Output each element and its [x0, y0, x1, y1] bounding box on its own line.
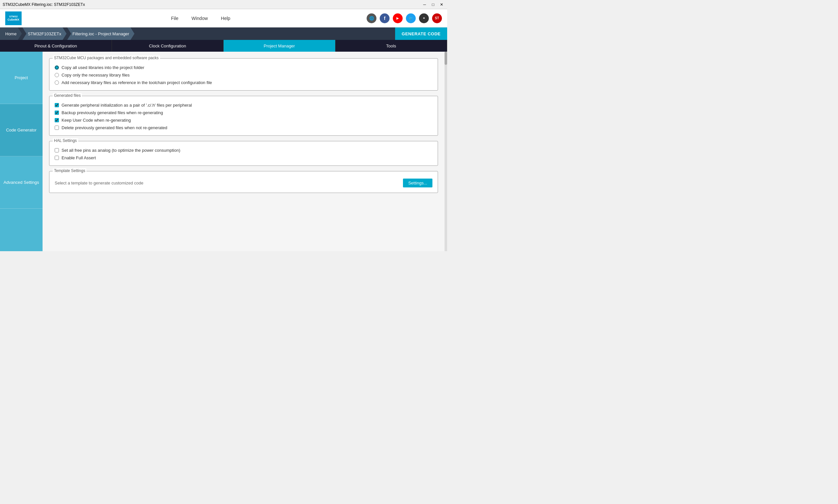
twitter-icon[interactable]: 🐦 [406, 13, 416, 23]
template-row: Select a template to generate customized… [55, 179, 432, 187]
check-free-pins[interactable]: Set all free pins as analog (to optimize… [55, 148, 432, 153]
check-free-pins-label: Set all free pins as analog (to optimize… [62, 148, 180, 153]
world-icon[interactable]: 🌐 [367, 13, 377, 23]
radio-copy-necessary-input[interactable] [55, 73, 59, 77]
main-layout: Project Code Generator Advanced Settings… [0, 52, 447, 251]
check-generate-peripheral-input[interactable] [55, 103, 59, 107]
menu-items: File Window Help [35, 16, 367, 21]
template-settings-group: Template Settings Select a template to g… [49, 171, 438, 193]
hal-settings-checks: Set all free pins as analog (to optimize… [55, 148, 432, 160]
check-full-assert-input[interactable] [55, 156, 59, 160]
tab-project-manager[interactable]: Project Manager [224, 40, 335, 52]
social-icons: 🌐 f ▶ 🐦 ✦ ST [367, 13, 442, 23]
minimize-button[interactable]: ─ [422, 2, 427, 7]
window-controls: ─ □ ✕ [422, 2, 444, 7]
breadcrumb: Home STM32F103ZETx Filtering.ioc - Proje… [0, 28, 447, 40]
check-full-assert-label: Enable Full Assert [62, 155, 96, 160]
logo-area: STM32 CubeMX [5, 12, 22, 25]
tab-pinout[interactable]: Pinout & Configuration [0, 40, 112, 52]
check-free-pins-input[interactable] [55, 148, 59, 152]
st-icon[interactable]: ST [432, 13, 442, 23]
scroll-thumb[interactable] [444, 52, 447, 65]
check-delete-previous-input[interactable] [55, 126, 59, 130]
check-backup[interactable]: Backup previously generated files when r… [55, 110, 432, 115]
settings-button[interactable]: Settings... [403, 179, 432, 187]
sidebar-item-advanced-settings[interactable]: Advanced Settings [0, 156, 42, 209]
facebook-icon[interactable]: f [380, 13, 389, 23]
check-keep-user-code-input[interactable] [55, 118, 59, 122]
close-button[interactable]: ✕ [439, 2, 444, 7]
youtube-icon[interactable]: ▶ [393, 13, 403, 23]
file-menu[interactable]: File [171, 16, 178, 21]
scrollbar[interactable] [444, 52, 447, 251]
template-text: Select a template to generate customized… [55, 181, 400, 185]
window-menu[interactable]: Window [192, 16, 208, 21]
window-title: STM32CubeMX Filtering.ioc: STM32F103ZETx [3, 2, 422, 7]
radio-add-reference[interactable]: Add necessary library files as reference… [55, 80, 432, 85]
check-keep-user-code-label: Keep User Code when re-generating [62, 118, 131, 123]
check-delete-previous-label: Delete previously generated files when n… [62, 125, 167, 130]
stm-packages-group: STM32Cube MCU packages and embedded soft… [49, 58, 438, 91]
stm-packages-radios: Copy all used libraries into the project… [55, 65, 432, 85]
hal-settings-legend: HAL Settings [53, 138, 78, 143]
help-menu[interactable]: Help [221, 16, 230, 21]
check-keep-user-code[interactable]: Keep User Code when re-generating [55, 118, 432, 123]
check-backup-input[interactable] [55, 110, 59, 115]
generated-files-checks: Generate peripheral initialization as a … [55, 103, 432, 130]
sidebar-item-project[interactable]: Project [0, 52, 42, 104]
check-delete-previous[interactable]: Delete previously generated files when n… [55, 125, 432, 130]
radio-copy-necessary[interactable]: Copy only the necessary library files [55, 73, 432, 77]
radio-copy-necessary-label: Copy only the necessary library files [62, 73, 129, 77]
radio-add-reference-input[interactable] [55, 80, 59, 85]
title-bar: STM32CubeMX Filtering.ioc: STM32F103ZETx… [0, 0, 447, 9]
breadcrumb-project[interactable]: Filtering.ioc - Project Manager [67, 28, 134, 40]
breadcrumb-chip[interactable]: STM32F103ZETx [22, 28, 67, 40]
breadcrumb-home[interactable]: Home [0, 28, 22, 40]
check-backup-label: Backup previously generated files when r… [62, 110, 163, 115]
check-generate-peripheral[interactable]: Generate peripheral initialization as a … [55, 103, 432, 108]
content-area: STM32Cube MCU packages and embedded soft… [42, 52, 444, 251]
check-generate-peripheral-label: Generate peripheral initialization as a … [62, 103, 192, 108]
network-icon[interactable]: ✦ [419, 13, 429, 23]
stm-packages-legend: STM32Cube MCU packages and embedded soft… [53, 56, 160, 60]
radio-copy-all-input[interactable] [55, 66, 59, 70]
menu-bar: STM32 CubeMX File Window Help 🌐 f ▶ 🐦 ✦ … [0, 9, 447, 28]
hal-settings-group: HAL Settings Set all free pins as analog… [49, 141, 438, 166]
tab-clock[interactable]: Clock Configuration [112, 40, 224, 52]
maximize-button[interactable]: □ [430, 2, 436, 7]
generated-files-group: Generated files Generate peripheral init… [49, 96, 438, 136]
logo: STM32 CubeMX [5, 12, 22, 25]
sidebar: Project Code Generator Advanced Settings [0, 52, 42, 251]
radio-add-reference-label: Add necessary library files as reference… [62, 80, 212, 85]
generated-files-legend: Generated files [53, 93, 82, 98]
radio-copy-all[interactable]: Copy all used libraries into the project… [55, 65, 432, 70]
radio-copy-all-label: Copy all used libraries into the project… [62, 65, 144, 70]
check-full-assert[interactable]: Enable Full Assert [55, 155, 432, 160]
tab-bar: Pinout & Configuration Clock Configurati… [0, 40, 447, 52]
sidebar-item-code-generator[interactable]: Code Generator [0, 104, 42, 156]
template-settings-legend: Template Settings [53, 168, 86, 173]
tab-tools[interactable]: Tools [335, 40, 448, 52]
generate-code-button[interactable]: GENERATE CODE [395, 28, 447, 40]
